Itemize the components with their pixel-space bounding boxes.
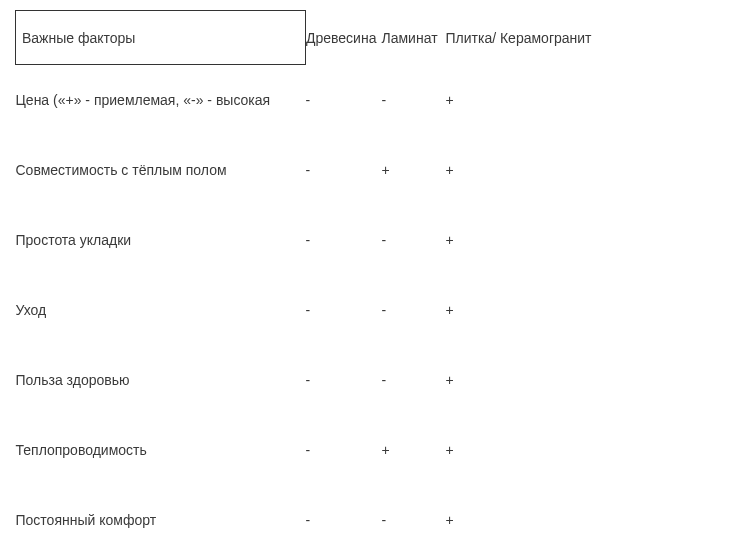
wood-cell: - xyxy=(306,485,382,553)
laminate-cell: - xyxy=(382,65,446,135)
laminate-cell: - xyxy=(382,275,446,345)
header-tile: Плитка/ Керамогранит xyxy=(446,11,719,65)
factor-cell: Цена («+» - приемлемая, «-» - высокая xyxy=(16,65,306,135)
wood-cell: - xyxy=(306,205,382,275)
laminate-cell: - xyxy=(382,205,446,275)
laminate-cell: + xyxy=(382,415,446,485)
factor-cell: Уход xyxy=(16,275,306,345)
tile-cell: + xyxy=(446,205,719,275)
comparison-table: Важные факторы Древесина Ламинат Плитка/… xyxy=(15,10,718,552)
wood-cell: - xyxy=(306,345,382,415)
factor-cell: Совместимость с тёплым полом xyxy=(16,135,306,205)
laminate-cell: - xyxy=(382,485,446,553)
tile-cell: + xyxy=(446,65,719,135)
factor-cell: Теплопроводимость xyxy=(16,415,306,485)
factor-cell: Постоянный комфорт xyxy=(16,485,306,553)
laminate-cell: + xyxy=(382,135,446,205)
table-row: Постоянный комфорт - - + xyxy=(16,485,719,553)
wood-cell: - xyxy=(306,135,382,205)
tile-cell: + xyxy=(446,485,719,553)
tile-cell: + xyxy=(446,275,719,345)
table-row: Совместимость с тёплым полом - + + xyxy=(16,135,719,205)
wood-cell: - xyxy=(306,65,382,135)
factor-cell: Простота укладки xyxy=(16,205,306,275)
tile-cell: + xyxy=(446,135,719,205)
wood-cell: - xyxy=(306,415,382,485)
table-row: Уход - - + xyxy=(16,275,719,345)
table-row: Теплопроводимость - + + xyxy=(16,415,719,485)
header-laminate: Ламинат xyxy=(382,11,446,65)
table-row: Польза здоровью - - + xyxy=(16,345,719,415)
factor-cell: Польза здоровью xyxy=(16,345,306,415)
wood-cell: - xyxy=(306,275,382,345)
table-row: Цена («+» - приемлемая, «-» - высокая - … xyxy=(16,65,719,135)
table-row: Простота укладки - - + xyxy=(16,205,719,275)
header-factors: Важные факторы xyxy=(16,11,306,65)
tile-cell: + xyxy=(446,415,719,485)
laminate-cell: - xyxy=(382,345,446,415)
header-wood: Древесина xyxy=(306,11,382,65)
header-row: Важные факторы Древесина Ламинат Плитка/… xyxy=(16,11,719,65)
tile-cell: + xyxy=(446,345,719,415)
